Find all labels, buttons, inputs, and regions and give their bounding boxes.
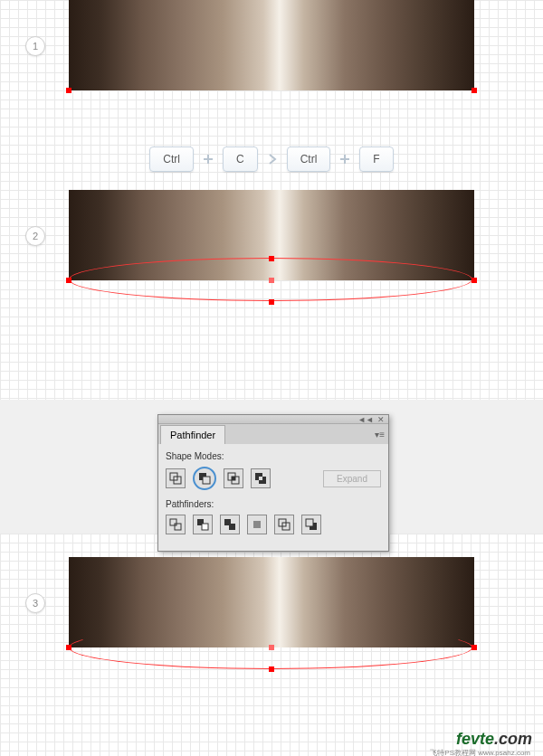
keyboard-shortcut-row: Ctrl C Ctrl F [0,146,543,172]
svg-rect-11 [175,524,181,530]
plus-icon [336,150,354,168]
expand-button[interactable]: Expand [323,470,381,487]
step-badge-1: 1 [25,36,45,56]
anchor-point[interactable] [269,666,274,672]
cylinder-body [69,0,474,90]
watermark-logo: fevte.com [456,730,532,749]
unite-icon[interactable] [166,468,186,488]
cylinder-body [69,190,474,280]
step-badge-2: 2 [25,226,45,246]
key-f: F [359,146,393,172]
svg-rect-18 [306,519,313,526]
plus-icon [199,150,217,168]
center-point[interactable] [269,645,274,650]
cylinder-3 [69,557,474,670]
tab-pathfinder[interactable]: Pathfinder [160,425,225,444]
collapse-icon[interactable]: ◄◄ [357,415,374,424]
anchor-point[interactable] [472,278,477,283]
merge-icon[interactable] [220,515,240,534]
center-point[interactable] [269,278,274,283]
divide-icon[interactable] [166,515,186,534]
key-ctrl: Ctrl [149,146,194,172]
anchor-point[interactable] [472,88,477,93]
close-icon[interactable]: ✕ [377,415,385,424]
svg-rect-6 [232,477,235,480]
pathfinder-panel: ◄◄ ✕ Pathfinder ▾≡ Shape Modes: Expand P… [157,414,389,552]
anchor-point[interactable] [66,645,71,650]
crop-icon[interactable] [247,515,267,534]
artboard-grid: 1 Ctrl C Ctrl F 2 ◄◄ ✕ Pathfinder ▾≡ Sha [0,0,543,756]
key-c: C [223,146,258,172]
outline-icon[interactable] [274,515,294,534]
key-ctrl: Ctrl [287,146,331,172]
cylinder-2 [69,190,474,303]
cylinder-1 [69,0,474,113]
step-badge-3: 3 [25,593,45,613]
panel-titlebar[interactable]: ◄◄ ✕ [158,415,388,424]
svg-rect-3 [203,477,210,484]
panel-tabs: Pathfinder [158,424,388,444]
shape-modes-row: Expand [166,467,381,490]
exclude-icon[interactable] [251,468,271,488]
trim-icon[interactable] [193,515,213,534]
anchor-point[interactable] [269,299,274,305]
pathfinders-label: Pathfinders: [166,499,381,509]
anchor-point[interactable] [66,88,71,93]
svg-rect-14 [253,521,261,528]
shape-modes-label: Shape Modes: [166,451,381,461]
minus-back-icon[interactable] [301,515,321,534]
intersect-icon[interactable] [224,468,243,488]
anchor-point[interactable] [269,256,274,261]
cylinder-body [69,557,474,647]
svg-rect-9 [259,477,262,480]
watermark-subtitle: 飞特PS教程网 www.psahz.com [430,748,530,756]
pathfinders-row [166,515,381,534]
minus-front-icon[interactable] [193,467,216,490]
anchor-point[interactable] [66,278,71,283]
chevron-right-icon [263,150,281,168]
svg-rect-10 [170,519,176,525]
anchor-point[interactable] [472,645,477,650]
panel-menu-icon[interactable]: ▾≡ [375,430,385,439]
svg-rect-13 [202,524,208,530]
